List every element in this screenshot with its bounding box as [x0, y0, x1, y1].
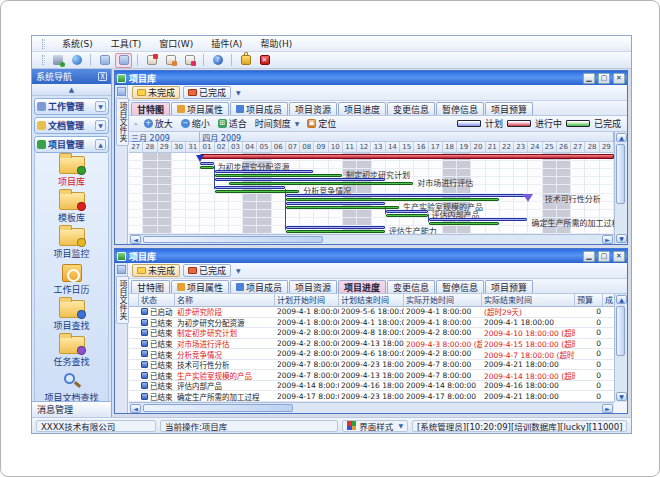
gantt-plan-bar[interactable]	[286, 226, 385, 229]
column-header-7[interactable]: 成	[603, 294, 614, 307]
zoom-in-button[interactable]: +放大	[142, 117, 175, 130]
minimize-button[interactable]: ▁	[583, 251, 595, 262]
scroll-up-icon[interactable]: ▲	[616, 133, 627, 142]
column-header-4[interactable]: 实际开始时间	[404, 294, 482, 307]
table-horizontal-scrollbar[interactable]: ◄ ►	[129, 402, 614, 413]
folder-strip-icon[interactable]	[117, 265, 126, 274]
chevron-icon[interactable]: ▲	[95, 139, 106, 150]
sidebar-item-project-search-folder[interactable]: 项目查找	[35, 300, 108, 332]
folder-strip-icon[interactable]	[117, 87, 126, 96]
minimize-button[interactable]: ▁	[583, 73, 595, 84]
report-mail-icon-2[interactable]	[162, 53, 179, 68]
gantt-plan-bar[interactable]	[215, 170, 314, 173]
menubar-grip[interactable]	[42, 39, 45, 49]
table-tab-3[interactable]: 项目资源	[289, 280, 337, 293]
scroll-down-icon[interactable]: ▼	[616, 234, 627, 243]
scroll-left-icon[interactable]: ◄	[130, 235, 141, 244]
menu-item-1[interactable]: 工具(T)	[108, 36, 145, 51]
gantt-tab-4[interactable]: 项目进度	[338, 102, 386, 115]
table-tab-6[interactable]: 暂停信息	[436, 280, 484, 293]
table-row[interactable]: 已结束技术可行性分析2009-4-7 8:00:002009-4-23 18:0…	[129, 360, 614, 371]
gantt-tab-1[interactable]: 项目属性	[171, 102, 229, 115]
table-tab-2[interactable]: 项目成员	[230, 280, 288, 293]
toolbar-grip[interactable]	[42, 55, 45, 65]
table-row[interactable]: 已结束评估内部产品2009-4-14 8:00:002009-4-16 18:0…	[129, 381, 614, 392]
table-row[interactable]: 已结束分析竞争情况2009-4-2 8:00:002009-4-6 18:00:…	[129, 349, 614, 360]
project-folders-side-tab[interactable]: 项目文件夹	[116, 98, 129, 146]
sidebar-item-project-library[interactable]: 项目库	[35, 156, 108, 188]
gantt-folder-overflow-icon[interactable]: ▼	[236, 89, 241, 96]
table-tab-7[interactable]: 项目预算	[485, 280, 533, 293]
sidebar-item-template-library-folder[interactable]: 模板库	[35, 192, 108, 224]
gantt-actual-bar[interactable]	[215, 190, 300, 193]
column-header-5[interactable]: 实际结束时间	[482, 294, 575, 307]
table-row[interactable]: 已结束制定初步研究计划2009-4-2 8:00:002009-4-8 18:0…	[129, 328, 614, 339]
scroll-right-icon[interactable]: ►	[602, 235, 613, 244]
scroll-up-icon[interactable]: ▲	[616, 295, 627, 304]
column-header-1[interactable]: 名称	[175, 294, 275, 307]
gantt-horizontal-scrollbar[interactable]: ◄ ►	[129, 234, 614, 244]
gantt-actual-bar[interactable]	[200, 166, 213, 169]
gantt-folder-tab-1[interactable]: 已完成	[183, 86, 231, 99]
restore-button[interactable]: ▢	[598, 251, 610, 262]
table-tab-1[interactable]: 项目属性	[171, 280, 229, 293]
sidebar-group-1[interactable]: 文档管理▼	[34, 117, 109, 134]
remote-desktop-icon[interactable]	[49, 53, 66, 68]
table-window-titlebar[interactable]: 项目库 ▁ ▢ ✕	[115, 249, 627, 263]
scroll-right-icon[interactable]: ►	[602, 404, 613, 413]
gantt-plan-bar[interactable]	[215, 178, 385, 181]
gantt-plan-bar[interactable]	[386, 210, 428, 213]
table-folder-tab-1[interactable]: 已完成	[183, 264, 231, 277]
column-header-2[interactable]: 计划开始时间	[275, 294, 339, 307]
sidebar-item-project-monitor-folder[interactable]: 项目监控	[35, 228, 108, 260]
table-folder-overflow-icon[interactable]: ▼	[236, 267, 241, 274]
table-vertical-scrollbar[interactable]: ▲ ▼	[614, 294, 627, 402]
chevron-icon[interactable]: ▼	[95, 120, 106, 131]
sidebar-item-task-search-folder[interactable]: 任务查找	[35, 336, 108, 368]
column-header-6[interactable]: 预算	[575, 294, 603, 307]
gantt-plan-bar[interactable]	[200, 162, 213, 165]
column-header-3[interactable]: 计划结束时间	[339, 294, 404, 307]
table-row[interactable]: 已结束为初步研究分配资源2009-4-1 8:00:002009-4-1 18:…	[129, 318, 614, 329]
table-tab-5[interactable]: 变更信息	[387, 280, 435, 293]
lock-icon[interactable]	[237, 53, 254, 68]
locate-button[interactable]: ▣定位	[305, 117, 338, 130]
table-row[interactable]: 已结束确定生产所需的加工过程2009-4-17 8:00:002009-4-23…	[129, 391, 614, 402]
table-folder-tab-0[interactable]: 未完成	[132, 264, 180, 277]
menu-item-0[interactable]: 系统(S)	[59, 36, 96, 51]
pin-icon[interactable]: ⊼	[98, 72, 107, 81]
gantt-plan-bar[interactable]	[429, 218, 528, 221]
sidebar-item-work-calendar[interactable]: 工作日历	[35, 264, 108, 296]
gantt-plan-bar[interactable]	[286, 194, 528, 197]
zoom-out-button[interactable]: −缩小	[179, 117, 212, 130]
table-row[interactable]: 已结束对市场进行评估2009-4-2 8:00:002009-4-13 18:0…	[129, 339, 614, 350]
globe-icon[interactable]	[68, 53, 85, 68]
time-scale-dropdown[interactable]: 时间刻度▼	[253, 117, 302, 130]
table-row[interactable]: 已启动初步研究阶段2009-4-1 8:00:002009-5-6 18:00:…	[129, 307, 614, 318]
table-tab-4[interactable]: 项目进度	[338, 280, 386, 293]
report-mail-icon-3[interactable]	[181, 53, 198, 68]
restore-button[interactable]: ▢	[598, 73, 610, 84]
menu-item-2[interactable]: 窗口(W)	[156, 36, 196, 51]
gantt-plan-bar[interactable]	[215, 186, 285, 189]
close-button[interactable]: ✕	[613, 251, 625, 262]
gantt-body[interactable]: 为初步研究分配资源制定初步研究计划对市场进行评估分析竞争情况技术可行性分析生产实…	[129, 153, 614, 234]
gantt-tab-7[interactable]: 项目预算	[485, 102, 533, 115]
sidebar-header[interactable]: 系统导航 ⊼	[32, 69, 111, 84]
sidebar-tab-message-management[interactable]: 消息管理	[32, 401, 111, 417]
gantt-tab-6[interactable]: 暂停信息	[436, 102, 484, 115]
gantt-actual-bar[interactable]	[286, 206, 399, 209]
exit-icon[interactable]: ✕	[256, 53, 273, 68]
gantt-tab-0[interactable]: 甘特图	[131, 102, 170, 115]
gantt-actual-bar[interactable]	[286, 230, 385, 233]
folder-save-icon[interactable]	[115, 53, 132, 68]
gantt-folder-tab-0[interactable]: 未完成	[132, 86, 180, 99]
gantt-summary-bar[interactable]	[200, 154, 614, 159]
scroll-down-icon[interactable]: ▼	[616, 392, 627, 401]
fit-button[interactable]: ⊞适合	[216, 117, 249, 130]
gantt-window-titlebar[interactable]: 项目库 ▁ ▢ ✕	[115, 71, 627, 85]
toolbar-overflow-icon[interactable]: »	[134, 120, 138, 127]
folder-open-icon[interactable]	[96, 53, 113, 68]
close-button[interactable]: ✕	[613, 73, 625, 84]
gantt-actual-bar[interactable]	[429, 222, 499, 225]
